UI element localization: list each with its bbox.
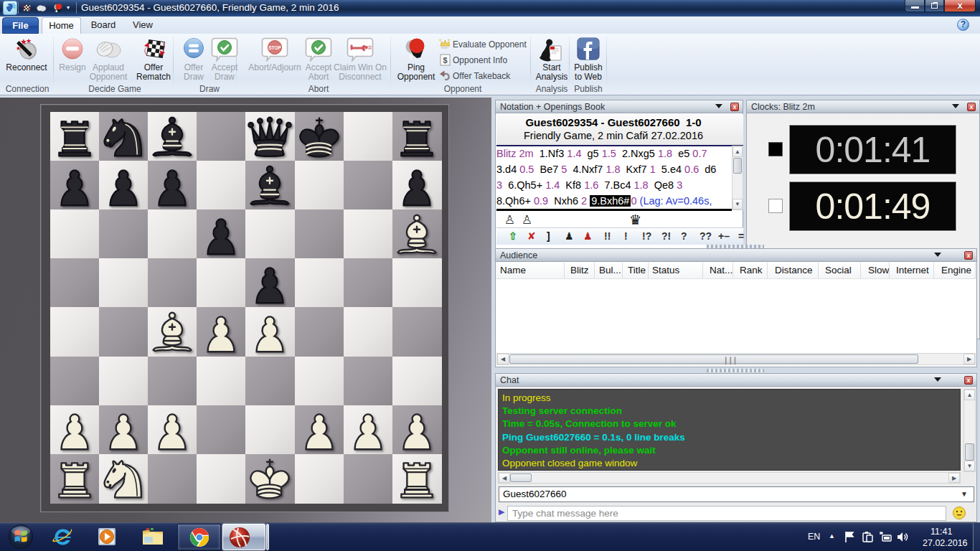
svg-text:✦: ✦	[447, 38, 451, 42]
svg-text:★: ★	[16, 45, 21, 52]
svg-text:★: ★	[26, 37, 32, 44]
svg-text:STOP: STOP	[268, 45, 281, 50]
svg-text:$: $	[443, 56, 447, 65]
svg-text:♔: ♔	[367, 44, 372, 51]
svg-text:✦: ✦	[438, 38, 442, 42]
